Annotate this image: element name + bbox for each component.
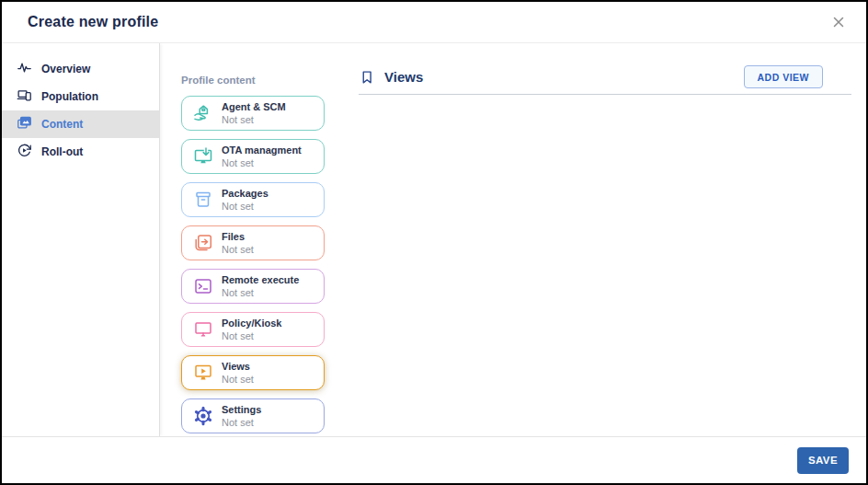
rollout-icon xyxy=(17,143,32,161)
modal-footer: SAVE xyxy=(2,436,866,483)
agent-scm-icon xyxy=(191,101,215,125)
card-status: Not set xyxy=(222,157,302,168)
card-title: Packages xyxy=(222,188,268,199)
profile-card-files[interactable]: Files Not set xyxy=(181,225,325,260)
profile-card-ota-management[interactable]: OTA managment Not set xyxy=(181,139,325,174)
card-title: Files xyxy=(222,231,254,242)
section-label: Profile content xyxy=(181,75,351,87)
views-panel: Views ADD VIEW xyxy=(351,43,866,436)
save-button[interactable]: SAVE xyxy=(797,447,849,474)
sidebar: Overview Population xyxy=(2,43,160,436)
card-status: Not set xyxy=(222,330,281,341)
sidebar-item-overview[interactable]: Overview xyxy=(2,55,159,83)
card-title: Views xyxy=(222,361,254,372)
profile-card-packages[interactable]: Packages Not set xyxy=(181,182,325,217)
card-title: Remote execute xyxy=(222,274,299,285)
add-view-button[interactable]: ADD VIEW xyxy=(744,65,824,88)
profile-card-policy-kiosk[interactable]: Policy/Kiosk Not set xyxy=(181,312,325,347)
card-status: Not set xyxy=(222,374,254,385)
views-panel-title: Views xyxy=(384,69,423,85)
profile-card-views[interactable]: Views Not set xyxy=(181,355,325,390)
profile-content-panel: Profile content Agent & SCM Not set xyxy=(160,43,351,436)
kiosk-monitor-icon xyxy=(191,318,215,341)
views-panel-header: Views ADD VIEW xyxy=(359,65,851,88)
close-icon[interactable] xyxy=(831,15,846,29)
sidebar-item-label: Roll-out xyxy=(41,145,83,158)
card-status: Not set xyxy=(222,201,268,212)
sidebar-item-population[interactable]: Population xyxy=(2,83,159,110)
card-title: Agent & SCM xyxy=(222,101,286,112)
terminal-icon xyxy=(191,274,215,298)
sidebar-item-roll-out[interactable]: Roll-out xyxy=(2,138,159,166)
ota-download-icon xyxy=(191,144,215,168)
views-header-divider xyxy=(359,94,851,95)
card-status: Not set xyxy=(222,114,286,125)
gear-icon xyxy=(191,404,215,428)
media-monitor-icon xyxy=(191,361,215,385)
sidebar-item-label: Overview xyxy=(41,63,90,75)
sidebar-item-content[interactable]: Content xyxy=(2,110,159,138)
card-title: OTA managment xyxy=(222,144,302,156)
file-export-icon xyxy=(191,231,215,255)
collections-icon xyxy=(17,115,32,133)
profile-card-settings[interactable]: Settings Not set xyxy=(181,398,325,433)
pulse-icon xyxy=(17,60,32,78)
create-profile-modal: Create new profile Overview xyxy=(0,0,868,485)
package-box-icon xyxy=(191,188,215,212)
card-status: Not set xyxy=(222,417,261,428)
profile-card-remote-execute[interactable]: Remote execute Not set xyxy=(181,269,325,304)
sidebar-item-label: Population xyxy=(41,90,98,103)
devices-icon xyxy=(17,87,32,106)
card-title: Policy/Kiosk xyxy=(222,318,281,329)
card-status: Not set xyxy=(222,287,299,298)
bookmark-icon xyxy=(359,69,375,86)
card-title: Settings xyxy=(222,404,261,415)
modal-body: Overview Population xyxy=(2,43,866,436)
card-status: Not set xyxy=(222,244,254,255)
sidebar-item-label: Content xyxy=(41,118,83,131)
page-title: Create new profile xyxy=(28,14,158,30)
modal-header: Create new profile xyxy=(2,2,866,43)
profile-card-agent-scm[interactable]: Agent & SCM Not set xyxy=(181,96,325,131)
